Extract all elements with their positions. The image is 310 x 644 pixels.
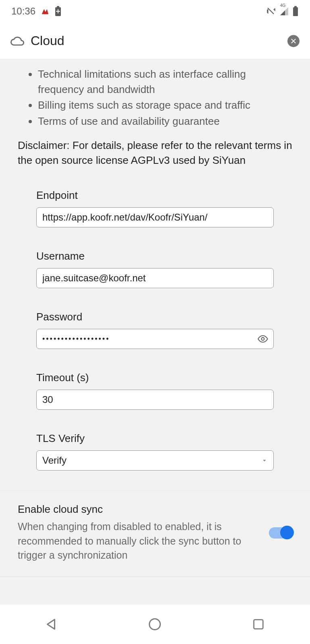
circle-home-icon bbox=[148, 617, 162, 632]
svg-rect-6 bbox=[254, 620, 263, 629]
password-label: Password bbox=[36, 311, 274, 323]
username-group: Username bbox=[0, 250, 310, 288]
info-bullets: Technical limitations such as interface … bbox=[18, 67, 292, 129]
content-area: Technical limitations such as interface … bbox=[0, 60, 310, 616]
svg-rect-1 bbox=[57, 6, 59, 8]
tls-label: TLS Verify bbox=[36, 432, 274, 445]
toggle-password-visibility[interactable] bbox=[257, 333, 269, 345]
page-title: Cloud bbox=[31, 33, 287, 48]
password-group: Password bbox=[0, 311, 310, 349]
info-bullet: Terms of use and availability guarantee bbox=[38, 114, 292, 129]
toggle-knob bbox=[280, 526, 294, 539]
endpoint-group: Endpoint bbox=[0, 189, 310, 227]
svg-rect-2 bbox=[293, 7, 298, 16]
nav-recent-button[interactable] bbox=[250, 616, 266, 632]
page-header: Cloud bbox=[0, 23, 310, 60]
timeout-input[interactable] bbox=[36, 390, 274, 410]
info-section: Technical limitations such as interface … bbox=[0, 60, 310, 179]
close-button[interactable] bbox=[287, 35, 300, 47]
endpoint-label: Endpoint bbox=[36, 189, 274, 202]
battery-plus-icon bbox=[54, 6, 62, 17]
enable-sync-row: Enable cloud sync When changing from dis… bbox=[0, 491, 310, 577]
app-indicator-icon bbox=[40, 7, 49, 16]
eye-icon bbox=[257, 333, 268, 345]
status-left: 10:36 bbox=[11, 6, 62, 17]
timeout-group: Timeout (s) bbox=[0, 372, 310, 410]
enable-sync-desc: When changing from disabled to enabled, … bbox=[18, 520, 259, 563]
svg-point-4 bbox=[262, 338, 264, 341]
nav-home-button[interactable] bbox=[147, 616, 163, 632]
close-icon bbox=[290, 38, 297, 44]
tls-group: TLS Verify bbox=[0, 432, 310, 471]
svg-rect-3 bbox=[294, 6, 297, 8]
status-bar: 10:36 4G bbox=[0, 0, 310, 23]
info-bullet: Billing items such as storage space and … bbox=[38, 98, 292, 113]
signal-icon: 4G bbox=[279, 6, 289, 16]
nav-back-button[interactable] bbox=[44, 616, 60, 632]
info-bullet: Technical limitations such as interface … bbox=[38, 67, 292, 97]
system-nav-bar bbox=[0, 605, 310, 644]
enable-sync-title: Enable cloud sync bbox=[18, 503, 259, 516]
username-label: Username bbox=[36, 250, 274, 262]
timeout-label: Timeout (s) bbox=[36, 372, 274, 384]
disclaimer-text: Disclaimer: For details, please refer to… bbox=[18, 138, 292, 168]
status-time: 10:36 bbox=[11, 6, 35, 17]
cloud-icon bbox=[10, 34, 24, 48]
svg-point-5 bbox=[150, 619, 160, 630]
status-right: 4G bbox=[266, 6, 299, 17]
triangle-back-icon bbox=[44, 617, 59, 632]
square-recent-icon bbox=[252, 617, 265, 631]
enable-sync-toggle[interactable] bbox=[269, 527, 292, 539]
username-input[interactable] bbox=[36, 268, 274, 288]
endpoint-input[interactable] bbox=[36, 207, 274, 227]
vibrate-icon bbox=[266, 6, 276, 17]
password-input[interactable] bbox=[36, 329, 274, 349]
battery-icon bbox=[292, 6, 299, 17]
tls-select[interactable] bbox=[36, 450, 274, 471]
